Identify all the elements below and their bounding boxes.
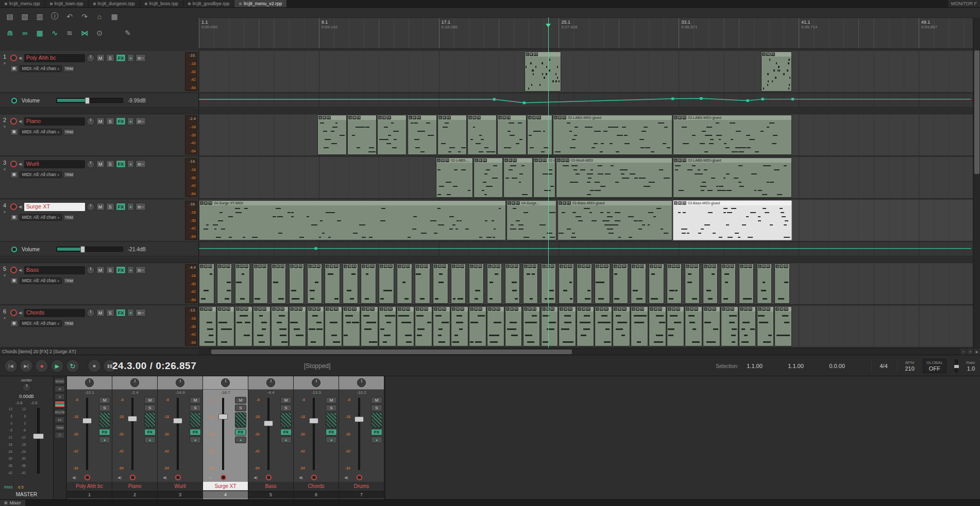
item-fx-button[interactable]: FX (370, 307, 374, 311)
item-fx-button[interactable]: FX (352, 265, 356, 268)
track-number[interactable]: 1 (0, 54, 9, 60)
track-lane[interactable]: ◷MFX◷MFX (199, 51, 973, 93)
item-clock-icon[interactable]: ◷ (380, 265, 383, 268)
item-fx-button[interactable]: FX (568, 307, 572, 311)
midi-item[interactable]: ◷MFX (721, 306, 738, 346)
item-mute-button[interactable]: M (366, 307, 369, 311)
envelope-arm-toggle[interactable] (11, 98, 17, 103)
item-fx-button[interactable]: FX (550, 265, 554, 268)
midi-item[interactable]: ◷MFX (415, 306, 432, 346)
item-clock-icon[interactable]: ◷ (434, 265, 437, 268)
ruler-mark[interactable]: 41.10:45.714 (799, 18, 817, 48)
item-fx-button[interactable]: FX (208, 201, 212, 205)
record-arm-button[interactable] (10, 55, 17, 61)
solo-button[interactable]: S (190, 405, 201, 411)
track-name[interactable]: Piano (24, 117, 85, 126)
fx-button[interactable]: FX (326, 429, 337, 435)
item-mute-button[interactable]: M (258, 265, 262, 268)
midi-item[interactable]: ◷MFX (408, 115, 437, 155)
selection-end[interactable]: 1.1.00 (788, 363, 821, 369)
solo-button[interactable]: S (235, 405, 246, 411)
midi-item[interactable]: ◷MFX (757, 306, 774, 346)
track-number[interactable]: 6 (0, 308, 9, 315)
fx-button[interactable]: FX (280, 429, 292, 435)
fx-enable-toggle[interactable]: ● (190, 437, 201, 443)
fx-button[interactable]: FX (116, 266, 126, 274)
fx-button[interactable]: FX (116, 54, 126, 62)
item-clock-icon[interactable]: ◷ (236, 265, 240, 268)
item-fx-button[interactable]: FX (514, 265, 518, 268)
item-mute-button[interactable]: M (510, 265, 514, 268)
fx-enable-toggle[interactable]: ● (235, 437, 246, 443)
item-mute-button[interactable]: M (366, 265, 369, 268)
item-mute-button[interactable]: M (258, 307, 262, 311)
track-lane[interactable]: ◷MFX◷MFX◷MFX◷MFX◷MFX◷MFX◷MFX◷MFX◷MFX02-L… (199, 114, 973, 156)
item-clock-icon[interactable]: ◷ (674, 159, 678, 162)
midi-item[interactable]: ◷MFX (685, 264, 700, 304)
item-fx-button[interactable]: FX (442, 265, 446, 268)
item-mute-button[interactable]: M (382, 116, 386, 119)
item-fx-button[interactable]: FX (388, 307, 392, 311)
item-fx-button[interactable]: FX (586, 307, 590, 311)
midi-item[interactable]: ◷MFX (289, 264, 305, 304)
ruler-mark[interactable]: 33.10:36.571 (679, 18, 697, 48)
item-clock-icon[interactable]: ◷ (344, 307, 347, 311)
item-fx-button[interactable]: FX (640, 265, 644, 268)
item-fx-button[interactable]: FX (532, 307, 536, 311)
project-tab[interactable]: lrcj8_goodbye.rpp (183, 0, 235, 7)
midi-item[interactable]: ◷MFX (397, 306, 414, 346)
item-mute-button[interactable]: M (294, 307, 298, 311)
pencil-tool-icon[interactable]: ✎ (121, 26, 134, 40)
midi-item[interactable]: ◷MFX02-LABS-... (533, 158, 555, 198)
item-mute-button[interactable]: M (600, 265, 603, 268)
item-fx-button[interactable]: FX (298, 307, 302, 311)
item-fx-button[interactable]: FX (682, 159, 686, 162)
record-arm-button[interactable] (10, 118, 17, 125)
item-fx-button[interactable]: FX (658, 307, 662, 311)
item-mute-button[interactable]: M (708, 265, 712, 268)
item-fx-button[interactable]: FX (496, 307, 500, 311)
stop-button[interactable]: ■ (88, 359, 101, 373)
midi-item[interactable]: ◷MFX02-LABS-... (436, 158, 473, 198)
mute-button[interactable]: M (371, 397, 382, 404)
track-lane[interactable]: ◷MFX◷MFX◷MFX◷MFX◷MFX◷MFX◷MFX◷MFX◷MFX◷MFX… (199, 306, 973, 347)
midi-item[interactable]: ◷MFX (469, 306, 486, 346)
item-clock-icon[interactable]: ◷ (758, 307, 762, 311)
redo-icon[interactable]: ↷ (78, 10, 91, 23)
rail-s-button[interactable]: S (55, 393, 65, 400)
pan-knob[interactable] (130, 378, 139, 387)
item-clock-icon[interactable]: ◷ (236, 307, 240, 311)
envelope-fader[interactable] (56, 247, 123, 252)
edit-cursor[interactable] (548, 18, 549, 348)
item-clock-icon[interactable]: ◷ (668, 265, 671, 268)
item-mute-button[interactable]: M (636, 307, 639, 311)
midi-item[interactable]: ◷MFX (253, 264, 268, 304)
mixer-strip[interactable]: -14.9-6-18-30-42-54MSFX●◀)Wurli3 (158, 376, 203, 499)
fx-button[interactable]: FX (235, 429, 246, 435)
project-tab[interactable]: lrcj8_menu.rpp (0, 0, 45, 7)
item-clock-icon[interactable]: ◷ (416, 265, 419, 268)
item-fx-button[interactable]: FX (477, 116, 481, 119)
midi-item[interactable]: ◷MFX (631, 264, 646, 304)
item-mute-button[interactable]: M (512, 201, 515, 205)
midi-item[interactable]: ◷MFX (433, 306, 450, 346)
volume-fader[interactable] (218, 414, 228, 420)
item-fx-button[interactable]: FX (424, 307, 428, 311)
item-clock-icon[interactable]: ◷ (409, 116, 412, 119)
mute-button[interactable]: M (96, 203, 105, 211)
midi-item[interactable]: ◷MFX03-Wurli-MIDI (556, 158, 672, 198)
horizontal-scrollbar[interactable]: − + ▸ (199, 348, 980, 355)
volume-fader[interactable] (354, 416, 364, 422)
pan-knob[interactable] (85, 378, 94, 387)
solo-button[interactable]: S (144, 405, 156, 411)
midi-item[interactable]: ◷MFX (343, 264, 358, 304)
envelope-point[interactable] (315, 247, 317, 250)
midi-item[interactable]: ◷MFX (271, 264, 286, 304)
selection-length[interactable]: 0.0.00 (829, 363, 862, 369)
item-mute-button[interactable]: M (204, 307, 208, 311)
item-clock-icon[interactable]: ◷ (475, 159, 478, 162)
transport-time-display[interactable]: 24.3.00 / 0:26.857 (112, 360, 196, 372)
item-mute-button[interactable]: M (492, 265, 496, 268)
item-mute-button[interactable]: M (564, 265, 567, 268)
item-fx-button[interactable]: FX (565, 159, 569, 162)
